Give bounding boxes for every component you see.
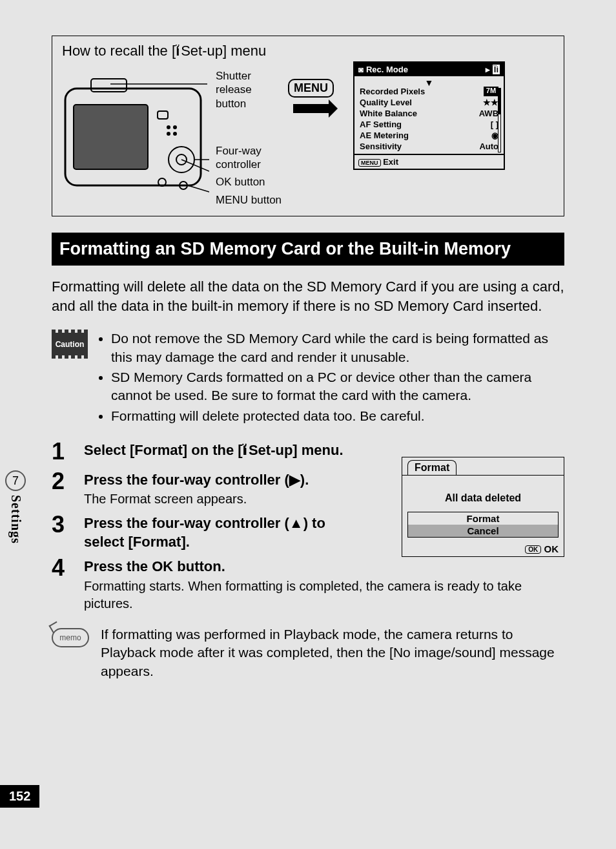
chapter-label: Settings	[8, 495, 23, 544]
side-tab: 7 Settings	[2, 470, 29, 544]
svg-point-10	[167, 132, 170, 136]
triangle-right-icon: ▶	[289, 472, 300, 488]
label-fourway: Four-way controller	[216, 144, 274, 172]
lcd-row-ae: AE Metering◉	[360, 131, 498, 140]
scrollbar	[498, 88, 501, 152]
step-2-title: Press the four-way controller (▶).	[84, 468, 368, 490]
svg-point-11	[173, 132, 177, 136]
mini-menu-badge: MENU	[358, 159, 381, 167]
format-footer: OK OK	[402, 541, 564, 556]
lcd-row-sens: SensitivityAuto	[360, 142, 498, 151]
svg-rect-7	[158, 111, 168, 119]
caution-list: Do not remove the SD Memory Card while t…	[99, 330, 564, 427]
format-option-format: Format	[408, 512, 558, 525]
format-options: Format Cancel	[407, 512, 559, 538]
lcd-row-pixels: Recorded Pixels7M	[360, 87, 498, 96]
memo-icon: memo	[52, 628, 89, 647]
camera-labels: Shutter release button Four-way controll…	[216, 63, 282, 211]
step-4: 4 Press the OK button. Formatting starts…	[52, 555, 564, 613]
step-3-title: Press the four-way controller (▲) to sel…	[84, 512, 368, 551]
format-option-cancel: Cancel	[408, 525, 558, 537]
format-screen: Format All data deleted Format Cancel OK…	[402, 457, 564, 557]
camera-icon: ◙	[358, 65, 364, 74]
memo-text: If formatting was performed in Playback …	[101, 625, 564, 680]
lcd-mock: ◙ Rec. Mode ▸ Ïi ▼ Recorded Pixels7M Qua…	[353, 61, 505, 170]
ok-badge-icon: OK	[525, 545, 541, 554]
triangle-right-icon: ▸	[486, 65, 490, 74]
camera-illustration	[62, 63, 209, 198]
svg-line-15	[188, 185, 209, 192]
caution-item: Formatting will delete protected data to…	[111, 407, 564, 425]
recall-diagram-box: How to recall the [Ïi Set-up] menu	[52, 36, 564, 216]
step-2-sub: The Format screen appears.	[84, 490, 368, 508]
lcd-header: ◙ Rec. Mode ▸ Ïi	[354, 63, 504, 76]
steps-block: 1 Select [Format] on the [Ïi Set-up] men…	[52, 439, 564, 613]
lcd-footer: MENU Exit	[354, 154, 504, 169]
scroll-down-icon: ▼	[360, 80, 498, 85]
page-content: How to recall the [Ïi Set-up] menu	[0, 0, 616, 849]
svg-point-9	[173, 125, 177, 129]
caution-item: Do not remove the SD Memory Card while t…	[111, 330, 564, 366]
caution-item: SD Memory Cards formatted on a PC or dev…	[111, 368, 564, 405]
chapter-number: 7	[5, 470, 26, 491]
lcd-row-af: AF Setting[ ]	[360, 120, 498, 129]
step-4-sub: Formatting starts. When formatting is co…	[84, 578, 564, 613]
lcd-row-wb: White BalanceAWB	[360, 109, 498, 118]
svg-line-14	[181, 160, 209, 171]
svg-point-8	[167, 125, 170, 129]
caution-icon: Caution	[52, 333, 88, 355]
format-message: All data deleted	[407, 492, 559, 504]
step-4-title: Press the OK button.	[84, 555, 564, 576]
svg-rect-1	[74, 105, 148, 169]
triangle-up-icon: ▲	[289, 515, 303, 531]
label-shutter: Shutter release button	[216, 69, 261, 110]
lcd-row-quality: Quality Level★★	[360, 98, 498, 107]
intro-text: Formatting will delete all the data on t…	[52, 277, 564, 315]
page-number: 152	[0, 785, 39, 808]
label-menu: MENU button	[216, 193, 282, 207]
memo-block: memo If formatting was performed in Play…	[52, 625, 564, 680]
menu-arrow-col: MENU	[288, 63, 334, 113]
format-tab: Format	[407, 460, 457, 475]
section-heading: Formatting an SD Memory Card or the Buil…	[52, 233, 564, 266]
caution-block: Caution Do not remove the SD Memory Card…	[52, 330, 564, 427]
diagram-title: How to recall the [Ïi Set-up] menu	[62, 43, 554, 59]
menu-button-label: MENU	[288, 79, 334, 98]
label-ok: OK button	[216, 175, 282, 189]
arrow-right-icon	[293, 104, 329, 113]
svg-rect-2	[91, 79, 127, 92]
tools-small-icon: Ïi	[493, 65, 500, 74]
